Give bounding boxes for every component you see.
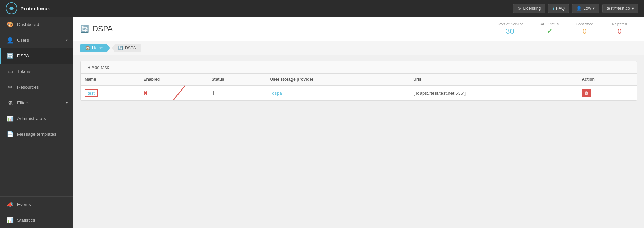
message-templates-icon: 📄 xyxy=(7,131,14,137)
col-action: Action xyxy=(577,74,637,85)
sidebar-item-label: Statistics xyxy=(17,218,35,223)
user-level-button[interactable]: 👤 Low ▾ xyxy=(572,4,599,13)
chevron-down-icon-2: ▾ xyxy=(632,6,634,11)
table-row: test ✖ ⏸ dspa ["ldaps://test.test xyxy=(81,85,637,100)
sidebar: 🎨 Dashboard 👤 Users ▾ 🔄 DSPA ▭ Tokens ✏ … xyxy=(0,17,73,228)
resources-icon: ✏ xyxy=(7,84,14,91)
stat-rejected-value: 0 xyxy=(617,27,621,36)
cell-action: 🗑 xyxy=(577,85,637,100)
users-icon: 👤 xyxy=(7,37,14,44)
sidebar-item-resources[interactable]: ✏ Resources xyxy=(0,79,73,95)
breadcrumb-current[interactable]: 🔄 DSPA xyxy=(112,44,141,52)
dspa-table: Name Enabled Status User storage provide… xyxy=(81,74,637,100)
events-icon: 📣 xyxy=(7,201,14,208)
dashboard-icon: 🎨 xyxy=(7,21,14,28)
administrators-icon: 📊 xyxy=(7,115,14,122)
col-status: Status xyxy=(207,74,266,85)
breadcrumb-refresh-icon: 🔄 xyxy=(118,46,123,50)
dspa-icon: 🔄 xyxy=(7,53,14,59)
trash-icon: 🗑 xyxy=(584,91,589,95)
gear-icon: ⚙ xyxy=(517,6,521,11)
table-toolbar: + Add task xyxy=(81,61,637,74)
navbar-right: ⚙ Licensing ℹ FAQ 👤 Low ▾ test@test.co ▾ xyxy=(513,4,638,13)
info-icon: ℹ xyxy=(553,6,554,11)
sidebar-item-label: DSPA xyxy=(17,53,29,58)
sidebar-item-label: Administrators xyxy=(17,116,46,121)
stat-api-value: ✓ xyxy=(547,27,553,35)
tokens-icon: ▭ xyxy=(7,68,14,75)
stat-days-of-service: Days of Service 30 xyxy=(488,19,532,39)
chevron-down-icon: ▾ xyxy=(593,6,595,11)
filters-icon: ⚗ xyxy=(7,100,14,106)
navbar: Protectimus ⚙ Licensing ℹ FAQ 👤 Low ▾ te… xyxy=(0,0,644,17)
stat-confirmed: Confirmed 0 xyxy=(567,19,602,39)
sidebar-item-dashboard[interactable]: 🎨 Dashboard xyxy=(0,17,73,32)
breadcrumb-home[interactable]: 🏠 Home xyxy=(80,44,110,52)
sidebar-item-tokens[interactable]: ▭ Tokens xyxy=(0,64,73,79)
svg-point-1 xyxy=(10,7,13,10)
cell-enabled: ✖ xyxy=(139,85,207,100)
content-body: + Add task Name Enabled Status User stor… xyxy=(73,55,644,228)
sidebar-item-users[interactable]: 👤 Users ▾ xyxy=(0,32,73,48)
stat-confirmed-label: Confirmed xyxy=(576,22,593,26)
statistics-icon: 📊 xyxy=(7,217,14,223)
licensing-button[interactable]: ⚙ Licensing xyxy=(513,4,545,13)
stat-days-value: 30 xyxy=(506,27,514,36)
logo-icon xyxy=(6,2,17,14)
col-urls: Urls xyxy=(409,74,577,85)
col-enabled: Enabled xyxy=(139,74,207,85)
sidebar-item-dspa[interactable]: 🔄 DSPA xyxy=(0,48,73,64)
home-icon: 🏠 xyxy=(85,46,90,50)
sidebar-item-statistics[interactable]: 📊 Statistics xyxy=(0,212,73,228)
table-header-row: Name Enabled Status User storage provide… xyxy=(81,74,637,85)
user-alert-icon: 👤 xyxy=(576,6,582,11)
main-layout: 🎨 Dashboard 👤 Users ▾ 🔄 DSPA ▭ Tokens ✏ … xyxy=(0,17,644,228)
stat-rejected-label: Rejected xyxy=(612,22,627,26)
status-pause-icon: ⏸ xyxy=(212,90,217,96)
stat-api-label: API Status xyxy=(540,22,559,26)
stat-days-label: Days of Service xyxy=(497,22,523,26)
sidebar-item-label: Message templates xyxy=(17,132,56,137)
col-name: Name xyxy=(81,74,139,85)
delete-button[interactable]: 🗑 xyxy=(582,89,591,97)
sidebar-item-label: Users xyxy=(17,38,29,43)
chevron-right-icon: ▾ xyxy=(66,101,68,105)
content-header: 🔄 DSPA Days of Service 30 API Status ✓ C… xyxy=(73,17,644,41)
sidebar-item-message-templates[interactable]: 📄 Message templates xyxy=(0,126,73,142)
sidebar-item-administrators[interactable]: 📊 Administrators xyxy=(0,111,73,126)
chevron-right-icon: ▾ xyxy=(66,38,68,42)
stat-confirmed-value: 0 xyxy=(582,27,586,36)
sidebar-item-events[interactable]: 📣 Events xyxy=(0,197,73,212)
cell-urls: ["ldaps://test.test.net:636"] xyxy=(409,85,577,100)
sidebar-item-label: Dashboard xyxy=(17,22,39,27)
faq-button[interactable]: ℹ FAQ xyxy=(548,4,569,13)
brand-name: Protectimus xyxy=(20,6,51,11)
cell-name: test xyxy=(81,85,139,100)
add-task-button[interactable]: + Add task xyxy=(86,65,109,70)
col-user-storage-provider: User storage provider xyxy=(266,74,409,85)
sidebar-item-label: Filters xyxy=(17,100,29,105)
cell-user-storage-provider: dspa xyxy=(266,85,409,100)
brand: Protectimus xyxy=(6,2,513,14)
sidebar-item-filters[interactable]: ⚗ Filters ▾ xyxy=(0,95,73,111)
user-email-button[interactable]: test@test.co ▾ xyxy=(602,4,638,13)
sidebar-item-label: Events xyxy=(17,202,31,207)
breadcrumb: 🏠 Home 🔄 DSPA xyxy=(73,41,644,55)
enabled-false-icon: ✖ xyxy=(143,90,148,96)
dspa-title-icon: 🔄 xyxy=(80,25,89,33)
test-link[interactable]: test xyxy=(85,89,98,97)
stat-rejected: Rejected 0 xyxy=(602,19,637,39)
stat-api-status: API Status ✓ xyxy=(532,19,567,39)
sidebar-item-label: Tokens xyxy=(17,69,31,74)
provider-link[interactable]: dspa xyxy=(270,90,284,96)
content: 🔄 DSPA Days of Service 30 API Status ✓ C… xyxy=(73,17,644,228)
sidebar-item-label: Resources xyxy=(17,85,39,90)
cell-status: ⏸ xyxy=(207,85,266,100)
header-stats: Days of Service 30 API Status ✓ Confirme… xyxy=(488,19,637,39)
table-card: + Add task Name Enabled Status User stor… xyxy=(80,61,637,101)
page-title-wrap: 🔄 DSPA xyxy=(80,24,488,33)
page-title: DSPA xyxy=(92,24,113,33)
